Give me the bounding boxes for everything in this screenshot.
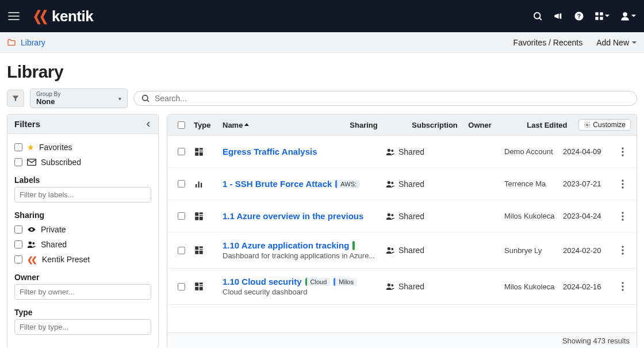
svg-line-1 <box>539 18 542 20</box>
col-last-edited[interactable]: Last Edited <box>527 121 574 129</box>
help-icon[interactable]: ? <box>574 11 584 21</box>
svg-point-60 <box>622 282 623 284</box>
private-checkbox[interactable] <box>14 225 22 234</box>
svg-text:?: ? <box>577 13 581 20</box>
row-name-link[interactable]: Egress Traffic Analysis <box>223 147 317 156</box>
apps-icon[interactable] <box>595 12 610 21</box>
search-box[interactable] <box>133 91 637 106</box>
type-section-label: Type <box>14 308 151 317</box>
favorites-checkbox[interactable] <box>14 143 22 151</box>
svg-point-0 <box>534 13 540 19</box>
favorites-recents-link[interactable]: Favorites / Recents <box>513 38 583 47</box>
row-name-link[interactable]: 1.10 Cloud security <box>223 277 302 286</box>
svg-rect-27 <box>201 183 202 188</box>
svg-rect-26 <box>198 181 200 188</box>
eye-icon <box>27 226 36 233</box>
chevron-down-icon: ▾ <box>118 95 121 102</box>
row-name-link[interactable]: 1.10 Azure application tracking <box>223 240 349 250</box>
group-by-label: Group By <box>36 91 60 98</box>
svg-point-31 <box>622 183 623 185</box>
filter-favorites[interactable]: ★ Favorites <box>14 140 151 155</box>
tag[interactable]: Milos <box>334 278 357 286</box>
col-subscription[interactable]: Subscription <box>412 121 463 129</box>
svg-rect-19 <box>200 152 203 156</box>
topbar-actions: ? <box>532 11 636 21</box>
labels-section-label: Labels <box>14 175 151 185</box>
customize-button[interactable]: Customize <box>578 119 631 131</box>
row-menu-button[interactable] <box>615 147 631 156</box>
row-checkbox[interactable] <box>178 148 185 155</box>
row-sharing: Shared <box>398 212 424 221</box>
table-row: 1.1 Azure overview in the previousShared… <box>167 200 637 232</box>
menu-toggle[interactable] <box>8 9 22 23</box>
col-name[interactable]: Name <box>223 121 345 129</box>
topbar: ❮❮ kentik ? <box>0 0 644 32</box>
row-menu-button[interactable] <box>615 179 631 189</box>
row-checkbox[interactable] <box>178 180 185 188</box>
people-icon <box>386 180 395 188</box>
announcement-icon[interactable] <box>553 11 564 21</box>
people-icon <box>386 148 395 156</box>
row-checkbox[interactable] <box>178 283 185 290</box>
subscribed-checkbox[interactable] <box>14 158 22 166</box>
user-menu[interactable] <box>620 11 636 21</box>
results-footer: Showing 473 results <box>167 332 637 348</box>
breadcrumb-library[interactable]: Library <box>21 38 45 47</box>
search-input[interactable] <box>155 94 630 103</box>
collapse-filters-button[interactable] <box>145 121 151 127</box>
table-header: Type Name Sharing Subscription Owner Las… <box>167 114 637 136</box>
type-filter-input[interactable] <box>14 319 151 335</box>
row-sharing: Shared <box>398 246 424 255</box>
svg-point-21 <box>391 150 393 152</box>
svg-rect-43 <box>195 247 198 250</box>
group-by-select[interactable]: Group By None ▾ <box>30 89 128 108</box>
group-by-value: None <box>36 98 60 106</box>
owner-section-label: Owner <box>14 273 151 282</box>
col-sharing[interactable]: Sharing <box>350 121 407 129</box>
kentik-preset-checkbox[interactable] <box>14 255 22 263</box>
row-menu-button[interactable] <box>615 282 631 291</box>
search-icon[interactable] <box>532 11 543 21</box>
filter-subscribed[interactable]: Subscribed <box>14 155 151 170</box>
svg-rect-35 <box>200 215 203 216</box>
svg-point-42 <box>622 219 623 220</box>
row-owner: Demo Account <box>504 147 558 156</box>
svg-point-38 <box>388 213 390 216</box>
filter-toggle-button[interactable] <box>7 90 24 107</box>
breadcrumb-bar: Library Favorites / Recents Add New <box>0 32 644 53</box>
row-last-edited: 2023-04-24 <box>563 212 610 220</box>
svg-rect-17 <box>200 151 203 152</box>
select-all-checkbox[interactable] <box>178 121 185 129</box>
svg-point-50 <box>622 246 623 248</box>
people-icon <box>27 240 36 248</box>
filter-shared[interactable]: Shared <box>14 237 151 252</box>
row-last-edited: 2024-02-20 <box>563 246 610 255</box>
row-name-link[interactable]: 1.1 Azure overview in the previous <box>223 211 363 221</box>
row-last-edited: 2024-04-09 <box>563 147 610 156</box>
svg-rect-7 <box>600 17 603 20</box>
add-new-menu[interactable]: Add New <box>596 38 637 47</box>
row-checkbox[interactable] <box>178 212 185 220</box>
table-row: 1.10 Cloud securityCloudMilosCloud secur… <box>167 269 637 305</box>
row-name-link[interactable]: 1 - SSH Brute Force Attack <box>223 179 332 189</box>
svg-point-13 <box>32 242 34 244</box>
row-description: Cloud security dashboard <box>223 288 381 296</box>
tag[interactable]: AWS: <box>335 180 360 188</box>
brand-logo[interactable]: ❮❮ kentik <box>31 7 93 25</box>
tag[interactable]: Cloud <box>305 278 331 286</box>
filter-private[interactable]: Private <box>14 222 151 237</box>
row-menu-button[interactable] <box>615 246 631 255</box>
row-menu-button[interactable] <box>615 212 631 221</box>
chevron-down-icon <box>631 40 637 45</box>
row-checkbox[interactable] <box>178 247 185 254</box>
shared-checkbox[interactable] <box>14 240 22 248</box>
col-owner[interactable]: Owner <box>468 121 522 129</box>
col-type[interactable]: Type <box>194 121 218 129</box>
owner-filter-input[interactable] <box>14 284 151 300</box>
filter-kentik-preset[interactable]: ❮❮ Kentik Preset <box>14 252 151 267</box>
svg-point-51 <box>622 250 623 251</box>
svg-rect-47 <box>200 251 203 254</box>
labels-filter-input[interactable] <box>14 187 151 202</box>
filters-header: Filters <box>7 114 158 134</box>
dashboard-icon <box>194 245 218 255</box>
